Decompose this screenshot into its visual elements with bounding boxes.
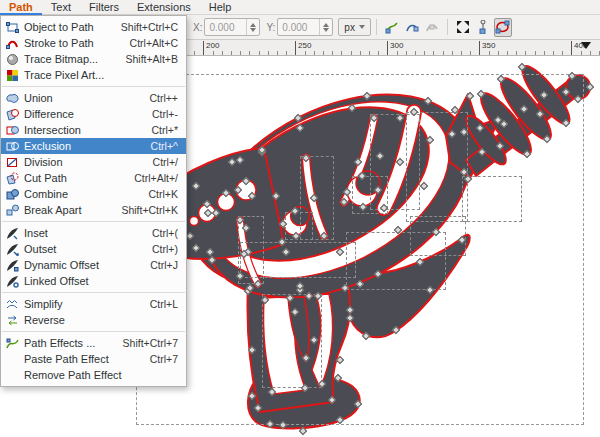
sub-selection-rect — [406, 112, 468, 222]
dynamic-offset-icon — [5, 259, 20, 272]
sub-selection-rect — [462, 176, 522, 222]
menu-item-trace-bitmap[interactable]: Trace Bitmap... Shift+Alt+B — [1, 51, 186, 67]
y-coord-label: Y: — [266, 22, 275, 33]
x-coord-spinner[interactable] — [204, 18, 260, 36]
exclusion-icon — [5, 140, 20, 153]
x-coord-label: X: — [193, 22, 202, 33]
menu-item-outset[interactable]: Outset Ctrl+) — [1, 241, 186, 257]
menubar-help[interactable]: Help — [200, 0, 241, 15]
show-bezier-handles-icon[interactable] — [474, 18, 492, 37]
intersection-icon — [5, 124, 20, 137]
trace-pixel-art-icon — [5, 69, 20, 82]
edit-clip-path-icon[interactable] — [383, 18, 401, 37]
menu-item-difference[interactable]: Difference Ctrl+- — [1, 106, 186, 122]
path-menu-dropdown: Object to Path Shift+Ctrl+C Stroke to Pa… — [0, 15, 187, 387]
x-coord-input[interactable] — [205, 19, 246, 35]
menubar-path[interactable]: Path — [0, 0, 42, 15]
division-icon — [5, 156, 20, 169]
menu-item-trace-pixel-art[interactable]: Trace Pixel Art... — [1, 67, 186, 83]
unit-value: px — [344, 22, 355, 33]
combine-icon — [5, 188, 20, 201]
union-icon — [5, 92, 20, 105]
menu-item-dynamic-offset[interactable]: Dynamic Offset Ctrl+J — [1, 257, 186, 273]
ruler-tick-label: 250 — [295, 41, 311, 55]
ruler-tick-label: 300 — [387, 41, 403, 55]
menu-item-intersection[interactable]: Intersection Ctrl+* — [1, 122, 186, 138]
menubar-extensions[interactable]: Extensions — [128, 0, 200, 15]
unit-dropdown[interactable]: px — [338, 18, 371, 36]
trace-bitmap-icon — [5, 53, 20, 66]
menubar-filters[interactable]: Filters — [80, 0, 128, 15]
show-path-outline-icon[interactable] — [494, 18, 512, 37]
menu-separator — [2, 86, 185, 87]
linked-offset-icon — [5, 275, 20, 288]
next-param-icon[interactable] — [423, 18, 441, 37]
spinner-arrows[interactable] — [246, 19, 259, 35]
cut-path-icon — [5, 172, 20, 185]
inkscape-window: 200250300350400 X: Y: px — [0, 0, 600, 437]
menubar-text[interactable]: Text — [42, 0, 80, 15]
show-transform-handles-icon[interactable] — [454, 18, 472, 37]
menu-item-linked-offset[interactable]: Linked Offset — [1, 273, 186, 289]
chevron-down-icon — [359, 25, 365, 29]
path-effects-icon — [5, 337, 20, 350]
inset-icon — [5, 227, 20, 240]
menu-separator — [2, 221, 185, 222]
menu-item-object-to-path[interactable]: Object to Path Shift+Ctrl+C — [1, 19, 186, 35]
reverse-icon — [5, 314, 20, 327]
menu-item-union[interactable]: Union Ctrl++ — [1, 90, 186, 106]
difference-icon — [5, 108, 20, 121]
menu-item-path-effects[interactable]: Path Effects ... Shift+Ctrl+7 — [1, 335, 186, 351]
menu-item-stroke-to-path[interactable]: Stroke to Path Ctrl+Alt+C — [1, 35, 186, 51]
menu-separator — [2, 292, 185, 293]
y-coord-input[interactable] — [278, 19, 319, 35]
menubar: Path Text Filters Extensions Help — [0, 0, 600, 15]
edit-mask-icon[interactable] — [403, 18, 421, 37]
menu-item-exclusion[interactable]: Exclusion Ctrl+^ — [1, 138, 186, 154]
menu-item-division[interactable]: Division Ctrl+/ — [1, 154, 186, 170]
break-apart-icon — [5, 204, 20, 217]
outset-icon — [5, 243, 20, 256]
menu-item-reverse[interactable]: Reverse — [1, 312, 186, 328]
ruler-position-marker — [581, 42, 591, 49]
menu-item-combine[interactable]: Combine Ctrl+K — [1, 186, 186, 202]
simplify-icon — [5, 298, 20, 311]
stroke-to-path-icon — [5, 37, 20, 50]
menu-item-simplify[interactable]: Simplify Ctrl+L — [1, 296, 186, 312]
spinner-arrows[interactable] — [319, 19, 332, 35]
ruler-tick-label: 200 — [203, 41, 219, 55]
y-coord-spinner[interactable] — [277, 18, 333, 36]
menu-item-break-apart[interactable]: Break Apart Shift+Ctrl+K — [1, 202, 186, 218]
ruler-tick-label: 350 — [479, 41, 495, 55]
object-to-path-icon — [5, 21, 20, 34]
menu-item-cut-path[interactable]: Cut Path Ctrl+Alt+/ — [1, 170, 186, 186]
menu-item-inset[interactable]: Inset Ctrl+( — [1, 225, 186, 241]
menu-item-paste-path-effect[interactable]: Paste Path Effect Ctrl+7 — [1, 351, 186, 367]
menu-separator — [2, 331, 185, 332]
menu-item-remove-path-effect[interactable]: Remove Path Effect — [1, 367, 186, 383]
